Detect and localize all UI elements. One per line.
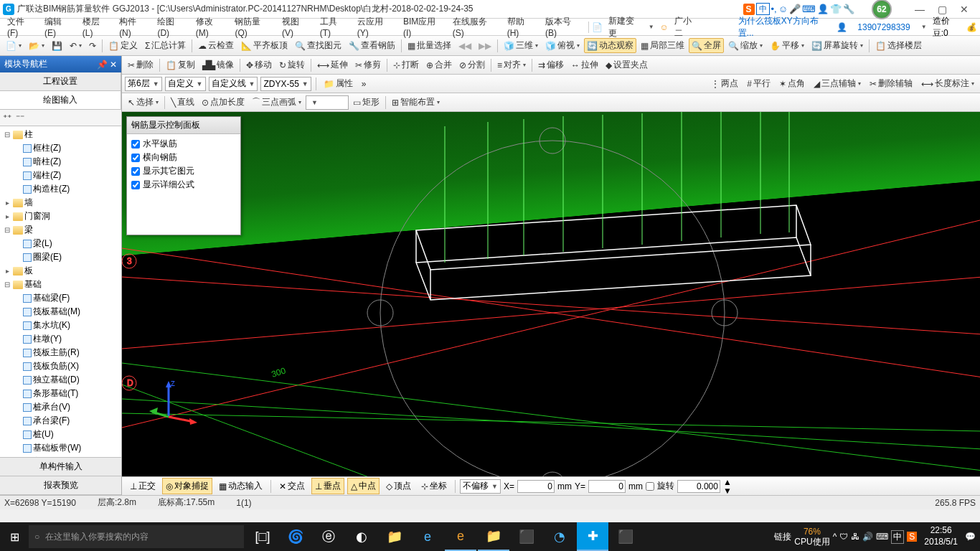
report-preview-button[interactable]: 报表预览: [0, 476, 121, 495]
fullscreen-button[interactable]: 🔍 全屏: [689, 38, 724, 53]
tray-ime-s[interactable]: S: [907, 532, 917, 542]
phone-number[interactable]: 13907298339: [853, 21, 914, 34]
copy-button[interactable]: 📋 复制: [163, 57, 198, 72]
rect-button[interactable]: ▭ 矩形: [350, 95, 382, 110]
cloud-check-button[interactable]: ☁ 云检查: [195, 38, 237, 53]
tree-found-beam[interactable]: 基础梁(F): [1, 291, 120, 305]
tree-isolated[interactable]: 独立基础(D): [1, 373, 120, 387]
floor-dropdown[interactable]: 第6层▼: [125, 77, 162, 91]
grip-button[interactable]: ◆ 设置夹点: [603, 57, 651, 72]
task-ie[interactable]: e: [412, 522, 443, 551]
extend-button[interactable]: ⟷ 延伸: [314, 57, 351, 72]
smart-layout-button[interactable]: ⊞ 智能布置▾: [389, 95, 443, 110]
tab-project-settings[interactable]: 工程设置: [0, 72, 121, 90]
tree-foundation[interactable]: ⊟基础: [1, 278, 120, 291]
minimize-button[interactable]: —: [915, 4, 925, 15]
tray-clock[interactable]: 22:562018/5/1: [920, 525, 962, 547]
task-app3[interactable]: ⬛: [511, 522, 542, 551]
menu-online[interactable]: 在线服务(S): [448, 14, 501, 39]
collapse-icon[interactable]: ⁻⁻: [16, 113, 24, 123]
system-tray[interactable]: 链接 76%CPU使用 ^ 🛡 🖧 🔊 ⌨ 中 S 22:562018/5/1 …: [770, 525, 980, 547]
pin-icon[interactable]: 📌: [97, 60, 108, 70]
tree-pier[interactable]: 柱墩(Y): [1, 332, 120, 346]
three-point-aux-button[interactable]: ◢ 三点辅轴▾: [811, 76, 864, 91]
mid-toggle[interactable]: △ 中点: [347, 478, 380, 494]
task-explorer[interactable]: 📁: [379, 522, 410, 551]
tray-notifications-icon[interactable]: 💬: [965, 532, 976, 542]
mirror-button[interactable]: ▟▙ 镜像: [199, 57, 237, 72]
tree-hidden-column[interactable]: 暗柱(Z): [1, 155, 120, 169]
spinner[interactable]: ▲▼: [723, 478, 732, 495]
cross-toggle[interactable]: ✕ 交点: [275, 478, 308, 494]
menu-view[interactable]: 视图(V): [278, 14, 314, 39]
join-button[interactable]: ⊕ 合并: [423, 57, 455, 72]
type-dropdown[interactable]: 自定义线▼: [209, 77, 258, 91]
close-button[interactable]: ✕: [960, 4, 969, 15]
tree-slab[interactable]: ▸板: [1, 264, 120, 278]
tree-wall[interactable]: ▸墙: [1, 196, 120, 209]
tree-found-strip[interactable]: 基础板带(W): [1, 441, 120, 455]
start-button[interactable]: ⊞: [0, 522, 29, 551]
tray-link[interactable]: 链接: [774, 531, 791, 543]
tree-opening[interactable]: ▸门窗洞: [1, 209, 120, 223]
arc-button[interactable]: ⌒ 三点画弧▾: [249, 95, 304, 110]
align-button[interactable]: ≡ 对齐▾: [494, 57, 529, 72]
pan-button[interactable]: ✋ 平移▾: [767, 38, 807, 53]
rebar-panel[interactable]: 钢筋显示控制面板 水平纵筋 横向钢筋 显示其它图元 显示详细公式: [126, 116, 241, 235]
menu-file[interactable]: 文件(F): [3, 14, 39, 39]
tip-link[interactable]: 为什么筏板XY方向布置...: [734, 14, 836, 41]
menu-help[interactable]: 帮助(H): [503, 14, 540, 39]
menu-draw[interactable]: 绘图(D): [153, 14, 189, 39]
vertex-toggle[interactable]: ◇ 顶点: [382, 478, 415, 494]
tree-strip[interactable]: 条形基础(T): [1, 387, 120, 400]
component-tree[interactable]: ⊟柱 框柱(Z) 暗柱(Z) 端柱(Z) 构造柱(Z) ▸墙 ▸门窗洞 ⊟梁 梁…: [0, 126, 121, 457]
task-folder[interactable]: 📁: [478, 522, 509, 551]
length-dim-button[interactable]: ⟷ 长度标注▾: [918, 76, 977, 91]
sum-button[interactable]: Σ 汇总计算: [142, 38, 189, 53]
task-app5[interactable]: ⬛: [610, 522, 641, 551]
menu-rebar[interactable]: 钢筋量(Q): [230, 14, 276, 39]
rotate-checkbox[interactable]: [646, 482, 654, 491]
menu-edit[interactable]: 编辑(E): [40, 14, 77, 39]
tree-ring-beam[interactable]: 圈梁(E): [1, 250, 120, 264]
osnap-toggle[interactable]: ◎ 对象捕捉: [162, 478, 212, 494]
single-input-button[interactable]: 单构件输入: [0, 458, 121, 476]
maximize-button[interactable]: ▢: [938, 4, 947, 15]
batch-select-button[interactable]: ▦ 批量选择: [405, 38, 454, 53]
line-button[interactable]: ╲ 直线: [168, 95, 197, 110]
menu-user[interactable]: 广小二: [670, 14, 704, 41]
menu-modify[interactable]: 修改(M): [192, 14, 230, 39]
tray-defender-icon[interactable]: 🛡: [839, 532, 848, 542]
tree-end-column[interactable]: 端柱(Z): [1, 169, 120, 182]
tree-raft[interactable]: 筏板基础(M): [1, 305, 120, 319]
tree-beam-l[interactable]: 梁(L): [1, 237, 120, 250]
menu-floor[interactable]: 楼层(L): [78, 14, 113, 39]
dyn-input-toggle[interactable]: ▦ 动态输入: [215, 478, 266, 494]
save-button[interactable]: 💾: [49, 39, 65, 52]
task-app2[interactable]: ◐: [346, 522, 377, 551]
tray-network-icon[interactable]: 🖧: [851, 532, 859, 542]
point-angle-button[interactable]: ✶ 点角: [776, 76, 808, 91]
stretch-button[interactable]: ↔ 拉伸: [568, 57, 601, 72]
task-view-icon[interactable]: [□]: [247, 522, 278, 551]
tab-draw-input[interactable]: 绘图输入: [0, 91, 121, 109]
tray-cpu[interactable]: 76%CPU使用: [794, 527, 829, 547]
task-glodon[interactable]: ✚: [577, 522, 608, 551]
tree-frame-column[interactable]: 框柱(Z): [1, 141, 120, 155]
top-view-button[interactable]: 🧊 俯视▾: [542, 38, 583, 53]
screen-rotate-button[interactable]: 🔄 屏幕旋转▾: [809, 38, 866, 53]
category-dropdown[interactable]: 自定义▼: [165, 77, 206, 91]
task-edge[interactable]: ⓔ: [313, 522, 344, 551]
new-button[interactable]: 📄▾: [3, 39, 24, 52]
ortho-toggle[interactable]: ⊥ 正交: [126, 478, 159, 494]
tree-pile[interactable]: 桩(U): [1, 428, 120, 441]
tree-column[interactable]: ⊟柱: [1, 128, 120, 141]
task-ie2[interactable]: e: [445, 522, 476, 551]
delete-button[interactable]: ✂ 删除: [125, 57, 156, 72]
redo-button[interactable]: ↷: [86, 39, 99, 52]
dynamic-view-button[interactable]: 🔄 动态观察: [584, 38, 636, 53]
chk-show-other[interactable]: 显示其它图元: [131, 164, 236, 178]
coord-toggle[interactable]: ⊹ 坐标: [418, 478, 451, 494]
perp-toggle[interactable]: ⊥ 垂点: [311, 478, 344, 494]
select-floor-button[interactable]: 📋 选择楼层: [872, 38, 925, 53]
